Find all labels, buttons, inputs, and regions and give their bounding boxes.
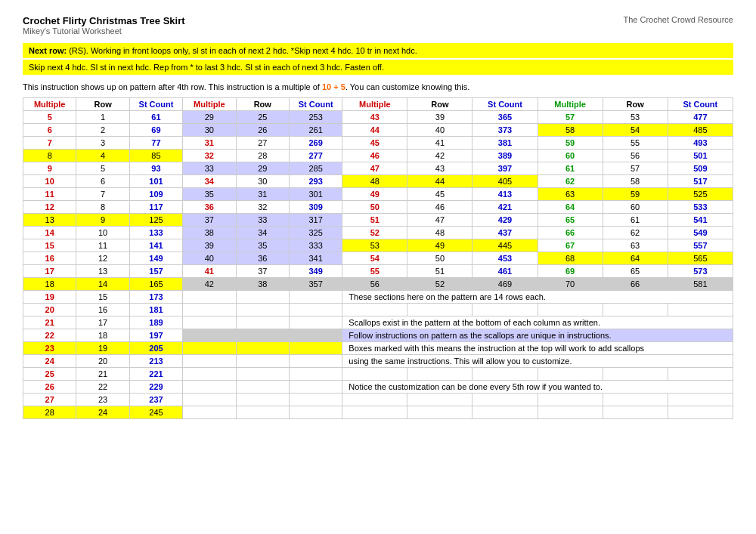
note-cell: using the same instructions. This will a… [342, 355, 733, 368]
table-cell: 7 [23, 137, 76, 150]
table-cell: 42 [183, 278, 236, 291]
col-header-row-1: Row [76, 98, 129, 111]
table-cell: 429 [472, 214, 538, 227]
table-row: 2521221 [23, 368, 733, 381]
table-cell: 27 [23, 394, 76, 406]
table-cell: 45 [407, 188, 472, 201]
table-cell: 213 [129, 355, 182, 368]
table-cell: 33 [236, 214, 289, 227]
table-cell: 58 [603, 175, 668, 188]
table-cell: 117 [129, 201, 182, 214]
table-cell: 14 [76, 278, 129, 291]
table-cell: 301 [289, 188, 342, 201]
table-row: 8485322827746423896056501 [23, 150, 733, 162]
table-cell: 43 [407, 162, 472, 175]
table-cell: 9 [76, 214, 129, 227]
table-cell: 365 [472, 111, 538, 124]
table-cell [342, 304, 407, 316]
table-cell: 52 [342, 227, 407, 239]
table-cell: 54 [342, 252, 407, 265]
table-row: 7377312726945413815955493 [23, 137, 733, 150]
table-cell: 6 [23, 124, 76, 137]
table-row: 117109353130149454136359525 [23, 188, 733, 201]
table-cell: 18 [23, 278, 76, 291]
table-cell: 44 [342, 124, 407, 137]
table-cell [183, 316, 236, 329]
table-cell: 32 [183, 150, 236, 162]
table-cell [289, 291, 342, 304]
table-cell: 509 [668, 162, 733, 175]
table-cell: 51 [407, 265, 472, 278]
col-header-multiple-4: Multiple [538, 98, 603, 111]
table-cell: 65 [603, 265, 668, 278]
table-cell: 43 [342, 111, 407, 124]
table-cell: 5 [23, 111, 76, 124]
table-row: 2117189Scallops exist in the pattern at … [23, 316, 733, 329]
table-cell: 53 [342, 239, 407, 252]
table-row: 9593332928547433976157509 [23, 162, 733, 175]
table-cell: 373 [472, 124, 538, 137]
table-cell [183, 394, 236, 406]
table-cell [407, 304, 472, 316]
table-cell: 37 [183, 214, 236, 227]
table-cell: 15 [23, 239, 76, 252]
table-cell [236, 406, 289, 419]
table-cell: 67 [538, 239, 603, 252]
table-cell [289, 304, 342, 316]
table-row: 2016181 [23, 304, 733, 316]
col-header-stcount-3: St Count [472, 98, 538, 111]
table-cell: 53 [603, 111, 668, 124]
table-cell [603, 304, 668, 316]
col-header-row-2: Row [236, 98, 289, 111]
table-cell: 10 [23, 175, 76, 188]
table-cell: 47 [407, 214, 472, 227]
table-cell: 149 [129, 252, 182, 265]
table-cell: 437 [472, 227, 538, 239]
table-cell: 525 [668, 188, 733, 201]
table-cell: 31 [183, 137, 236, 150]
table-cell: 35 [236, 239, 289, 252]
table-cell: 10 [76, 227, 129, 239]
table-cell [472, 368, 538, 381]
table-cell: 581 [668, 278, 733, 291]
table-cell: 34 [183, 175, 236, 188]
table-cell: 38 [183, 227, 236, 239]
highlight-text-1: (RS). Working in front loops only, sl st… [69, 46, 417, 55]
table-header-row: Multiple Row St Count Multiple Row St Co… [23, 98, 733, 111]
table-cell [289, 316, 342, 329]
table-cell: 63 [603, 239, 668, 252]
table-cell: 269 [289, 137, 342, 150]
table-cell: 397 [472, 162, 538, 175]
table-cell: 26 [236, 124, 289, 137]
page: Crochet Flirty Christmas Tree Skirt Mike… [0, 0, 756, 534]
table-cell: 62 [603, 227, 668, 239]
table-cell: 37 [236, 265, 289, 278]
table-cell [183, 355, 236, 368]
table-cell: 493 [668, 137, 733, 150]
table-cell [289, 394, 342, 406]
table-cell: 3 [76, 137, 129, 150]
table-row: 2218197Follow instructions on pattern as… [23, 329, 733, 342]
table-cell: 60 [538, 150, 603, 162]
table-cell: 7 [76, 188, 129, 201]
table-cell: 141 [129, 239, 182, 252]
table-cell: 66 [538, 227, 603, 239]
table-cell: 21 [23, 316, 76, 329]
table-cell: 165 [129, 278, 182, 291]
table-cell: 26 [23, 381, 76, 394]
table-cell [183, 329, 236, 342]
table-cell: 9 [23, 162, 76, 175]
col-header-row-3: Row [407, 98, 472, 111]
col-header-multiple-1: Multiple [23, 98, 76, 111]
table-cell: 64 [538, 201, 603, 214]
highlight-formula: 10 + 5 [322, 82, 345, 91]
table-cell [668, 406, 733, 419]
table-cell: 40 [407, 124, 472, 137]
table-cell: 205 [129, 342, 182, 355]
table-cell: 40 [183, 252, 236, 265]
table-cell: 109 [129, 188, 182, 201]
table-cell: 2 [76, 124, 129, 137]
table-cell [236, 381, 289, 394]
table-cell [236, 329, 289, 342]
table-cell: 28 [23, 406, 76, 419]
